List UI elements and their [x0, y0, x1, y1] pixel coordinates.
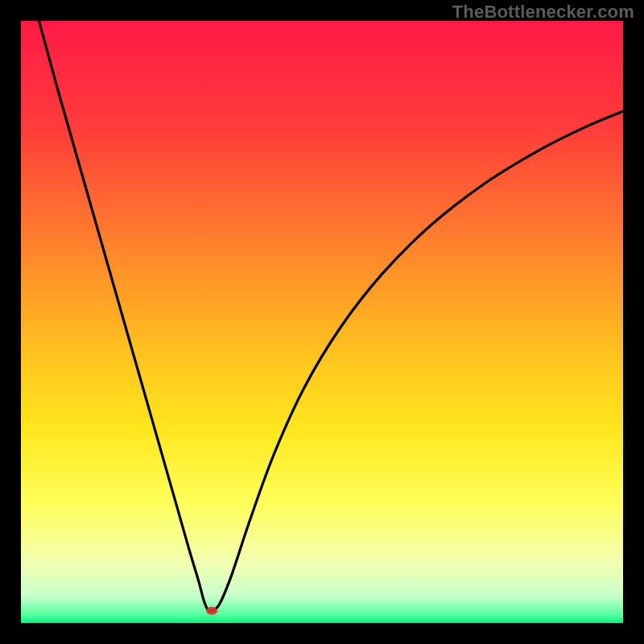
chart-frame: TheBottlenecker.com — [0, 0, 644, 644]
chart-svg — [21, 21, 623, 623]
watermark-text: TheBottlenecker.com — [452, 2, 634, 23]
marker-dot — [206, 607, 217, 615]
plot-area — [21, 21, 623, 623]
gradient-background — [21, 21, 623, 623]
plot-inner — [21, 21, 623, 623]
